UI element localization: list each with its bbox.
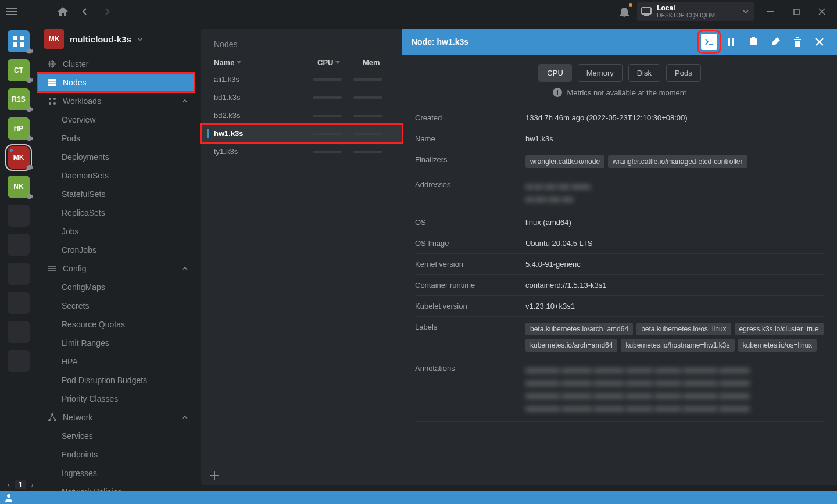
user-icon[interactable] xyxy=(5,494,13,502)
sidebar-item-priority-classes[interactable]: Priority Classes xyxy=(37,389,195,408)
rail-item[interactable] xyxy=(8,234,30,256)
cluster-host: DESKTOP-CQ9JQHM xyxy=(657,12,715,19)
tab-disk[interactable]: Disk xyxy=(628,64,660,82)
sidebar-item-network-policies[interactable]: Network Policies xyxy=(37,482,195,491)
add-node-button[interactable] xyxy=(201,466,402,485)
sidebar-item-label: Network xyxy=(63,413,92,422)
rail-item[interactable] xyxy=(8,263,30,285)
pager-next[interactable]: › xyxy=(27,481,38,489)
column-cpu[interactable]: CPU xyxy=(317,58,358,67)
sidebar-item-resource-quotas[interactable]: Resource Quotas xyxy=(37,315,195,334)
rail-item[interactable] xyxy=(8,350,30,372)
sidebar-item-network[interactable]: Network xyxy=(37,408,195,427)
rail-item[interactable] xyxy=(8,30,30,52)
sidebar-item-hpa[interactable]: HPA xyxy=(37,352,195,371)
tab-cpu[interactable]: CPU xyxy=(538,64,571,82)
terminal-button[interactable] xyxy=(701,34,717,50)
tag: kubernetes.io/hostname=hw1.k3s xyxy=(621,339,734,352)
svg-point-21 xyxy=(49,98,51,100)
node-name: bd2.k3s xyxy=(214,111,313,120)
column-mem[interactable]: Mem xyxy=(363,58,389,67)
column-name[interactable]: Name xyxy=(214,58,313,67)
svg-rect-36 xyxy=(728,38,730,46)
pager-prev[interactable]: ‹ xyxy=(3,481,14,489)
info-value: v1.23.10+k3s1 xyxy=(525,302,824,310)
sidebar-tree: ClusterNodesWorkloadsOverviewPodsDeploym… xyxy=(37,55,195,491)
sidebar-item-nodes[interactable]: Nodes xyxy=(37,73,195,92)
info-key: Labels xyxy=(415,323,525,331)
menu-icon[interactable] xyxy=(5,5,19,19)
sidebar-item-config[interactable]: Config xyxy=(37,259,195,278)
back-icon[interactable] xyxy=(78,5,92,19)
sidebar-item-configmaps[interactable]: ConfigMaps xyxy=(37,278,195,296)
svg-point-45 xyxy=(7,494,10,498)
sidebar-item-jobs[interactable]: Jobs xyxy=(37,222,195,241)
sidebar-item-label: Services xyxy=(62,431,93,441)
rail-item[interactable]: CT xyxy=(8,59,30,81)
helm-icon xyxy=(48,60,57,68)
tag: kubernetes.io/os=linux xyxy=(738,339,817,352)
tab-pods[interactable]: Pods xyxy=(666,64,701,82)
svg-rect-20 xyxy=(48,84,56,86)
bell-icon[interactable] xyxy=(617,5,631,19)
node-row[interactable]: bd1.k3s xyxy=(201,88,402,106)
rail-item[interactable] xyxy=(8,292,30,314)
sidebar-item-cronjobs[interactable]: CronJobs xyxy=(37,241,195,259)
detail-title: Node: hw1.k3s xyxy=(412,37,468,47)
nodes-panel: Nodes Name CPU Mem ali1.k3sbd1.k3sbd2.k3… xyxy=(201,29,402,485)
cluster-selector[interactable]: Local DESKTOP-CQ9JQHM xyxy=(637,2,754,21)
node-row[interactable]: hw1.k3s xyxy=(201,124,402,142)
pager-current: 1 xyxy=(15,480,26,489)
sidebar-item-services[interactable]: Services xyxy=(37,427,195,445)
node-row[interactable]: ali1.k3s xyxy=(201,70,402,88)
sidebar-item-label: CronJobs xyxy=(62,245,96,255)
home-icon[interactable] xyxy=(56,5,70,19)
info-row: Finalizerswrangler.cattle.io/nodewrangle… xyxy=(415,149,824,174)
sidebar-item-deployments[interactable]: Deployments xyxy=(37,148,195,166)
rail-item[interactable] xyxy=(8,205,30,227)
sidebar-item-endpoints[interactable]: Endpoints xyxy=(37,445,195,464)
node-row[interactable]: bd2.k3s xyxy=(201,106,402,124)
sidebar-item-label: DaemonSets xyxy=(62,171,109,180)
svg-point-24 xyxy=(53,102,56,105)
close-icon[interactable] xyxy=(811,5,832,19)
info-row: Addressesxx.xx xxx xxx xxxxx xx.xxx xxx … xyxy=(415,174,824,212)
svg-rect-9 xyxy=(13,36,17,40)
forward-icon[interactable] xyxy=(100,5,114,19)
rail-item[interactable]: HP xyxy=(8,117,30,140)
tag: beta.kubernetes.io/os=linux xyxy=(636,323,731,335)
gear-icon xyxy=(26,135,33,142)
detail-tabs: CPUMemoryDiskPods xyxy=(415,64,824,82)
info-value: xxxxxxxxx xxxxxxxx xxxxxxxx xxxxxxx xxxx… xyxy=(525,364,824,415)
pause-icon[interactable] xyxy=(723,34,739,50)
rail-item[interactable]: NK xyxy=(8,176,30,198)
rail-item[interactable]: MK xyxy=(8,146,30,169)
sidebar-title: multicloud-k3s xyxy=(70,34,131,44)
tab-memory[interactable]: Memory xyxy=(578,64,623,82)
sidebar-item-workloads[interactable]: Workloads xyxy=(37,92,195,110)
sidebar-item-pods[interactable]: Pods xyxy=(37,129,195,148)
sidebar-item-pod-disruption-budgets[interactable]: Pod Disruption Budgets xyxy=(37,371,195,389)
node-row[interactable]: ty1.k3s xyxy=(201,142,402,160)
sidebar-item-secrets[interactable]: Secrets xyxy=(37,296,195,315)
close-panel-icon[interactable] xyxy=(811,34,828,50)
sidebar-item-ingresses[interactable]: Ingresses xyxy=(37,464,195,482)
delete-icon[interactable] xyxy=(789,34,806,50)
minimize-icon[interactable] xyxy=(760,5,781,19)
sidebar-header[interactable]: MK multicloud-k3s xyxy=(37,23,195,55)
edit-icon[interactable] xyxy=(767,34,784,50)
sidebar-item-overview[interactable]: Overview xyxy=(37,110,195,129)
rail-item[interactable]: R1S xyxy=(8,88,30,110)
tag: wrangler.cattle.io/node xyxy=(525,155,604,168)
sidebar-item-daemonsets[interactable]: DaemonSets xyxy=(37,166,195,185)
tag: kubernetes.io/arch=amd64 xyxy=(525,339,617,352)
chevron-down-icon xyxy=(137,37,143,41)
sidebar-item-cluster[interactable]: Cluster xyxy=(37,55,195,73)
maximize-icon[interactable] xyxy=(786,5,807,19)
sidebar-item-limit-ranges[interactable]: Limit Ranges xyxy=(37,334,195,352)
sidebar-item-statefulsets[interactable]: StatefulSets xyxy=(37,185,195,203)
rail-item[interactable] xyxy=(8,321,30,343)
drain-icon[interactable] xyxy=(745,34,761,50)
sidebar-item-replicasets[interactable]: ReplicaSets xyxy=(37,203,195,222)
topbar-left xyxy=(5,5,114,19)
